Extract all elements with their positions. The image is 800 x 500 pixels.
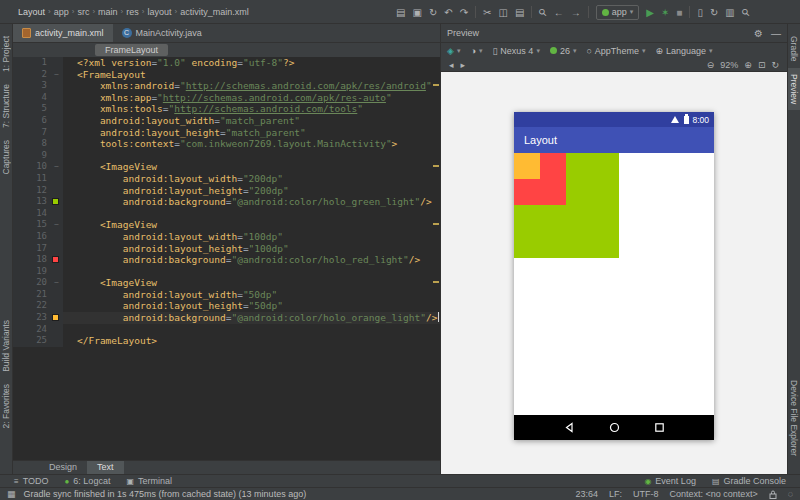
locale-selector[interactable]: ⊕ Language ▾ — [655, 46, 712, 56]
code-editor[interactable]: 1<?xml version="1.0" encoding="utf-8"?>2… — [13, 57, 440, 460]
zoom-out-icon[interactable]: ⊖ — [707, 60, 715, 70]
open-project-icon[interactable]: ▤ — [396, 7, 405, 18]
avd-manager-icon[interactable]: ▯ — [697, 7, 703, 18]
xml-breadcrumb-framelayout[interactable]: FrameLayout — [95, 44, 168, 56]
tool-stripe-button-2-favorites[interactable]: 2: Favorites — [0, 378, 12, 434]
copy-icon[interactable]: ◫ — [498, 7, 507, 18]
breadcrumb-item[interactable]: res — [126, 7, 139, 17]
preview-settings-icon[interactable]: ⚙ — [754, 28, 763, 39]
tab-mainactivity-java[interactable]: CMainActivity.java — [113, 24, 211, 42]
tool-window-button-gradle-console[interactable]: ▤Gradle Console — [712, 476, 786, 486]
tool-stripe-button-build-variants[interactable]: Build Variants — [0, 314, 12, 378]
code-line[interactable]: 20− <ImageView — [13, 277, 440, 289]
code-line[interactable]: 16 android:layout_width="100dp" — [13, 231, 440, 243]
warning-mark[interactable] — [433, 165, 439, 167]
next-screen-icon[interactable]: ▸ — [461, 60, 466, 70]
cut-icon[interactable]: ✂ — [483, 7, 491, 18]
code-line[interactable]: 1<?xml version="1.0" encoding="utf-8"?> — [13, 57, 440, 69]
sdk-manager-icon[interactable]: ▥ — [725, 7, 734, 18]
search-everywhere-icon[interactable]: ⚲ — [739, 6, 752, 19]
file-encoding[interactable]: UTF-8 — [633, 489, 659, 499]
sync-files-icon[interactable]: ↻ — [429, 7, 437, 18]
gradle-sync-icon[interactable]: ↻ — [710, 7, 718, 18]
mode-tab-design[interactable]: Design — [39, 461, 87, 474]
code-line[interactable]: 2−<FrameLayout — [13, 69, 440, 81]
code-line[interactable]: 6 android:layout_width="match_parent" — [13, 115, 440, 127]
line-separator[interactable]: LF: — [609, 489, 622, 499]
device-selector[interactable]: ▯ Nexus 4 ▾ — [492, 46, 540, 56]
warning-mark[interactable] — [433, 84, 439, 86]
breadcrumb-item[interactable]: layout — [147, 7, 171, 17]
tool-window-button-6-logcat[interactable]: ●6: Logcat — [65, 476, 111, 486]
tool-stripe-button-device-file-explorer[interactable]: Device File Explorer — [788, 374, 800, 462]
breadcrumb-item[interactable]: app — [54, 7, 69, 17]
notifications-icon[interactable]: ◌ — [788, 489, 793, 499]
redo-icon[interactable]: ↷ — [460, 7, 468, 18]
tool-stripe-button-captures[interactable]: Captures — [0, 134, 12, 181]
code-line[interactable]: 5 xmlns:tools="http://schemas.android.co… — [13, 103, 440, 115]
fold-marker-icon[interactable]: − — [54, 69, 59, 81]
breadcrumb-item[interactable]: src — [77, 7, 89, 17]
paste-icon[interactable]: ▤ — [515, 7, 524, 18]
api-selector[interactable]: 26 ▾ — [550, 46, 577, 56]
tool-stripe-button-1-project[interactable]: 1: Project — [0, 30, 12, 78]
warning-mark[interactable] — [433, 281, 439, 283]
code-line[interactable]: 21 android:layout_width="50dp" — [13, 289, 440, 301]
tool-stripe-button-7-structure[interactable]: 7: Structure — [0, 78, 12, 134]
run-icon[interactable]: ▶ — [646, 7, 654, 18]
debug-icon[interactable]: ✶ — [661, 7, 669, 18]
save-all-icon[interactable]: ▣ — [412, 7, 421, 18]
tool-window-button-todo[interactable]: ≡TODO — [14, 476, 49, 486]
code-line[interactable]: 9 — [13, 150, 440, 162]
forward-icon[interactable]: → — [571, 7, 581, 18]
prev-screen-icon[interactable]: ◂ — [449, 60, 454, 70]
theme-selector[interactable]: ○ AppTheme ▾ — [586, 46, 645, 56]
zoom-fit-icon[interactable]: ⊡ — [758, 60, 766, 70]
code-line[interactable]: 13 android:background="@android:color/ho… — [13, 196, 440, 208]
code-line[interactable]: 23 android:background="@android:color/ho… — [13, 312, 440, 324]
tool-window-button-terminal[interactable]: ▣Terminal — [126, 476, 172, 486]
code-line[interactable]: 4 xmlns:app="http://schemas.android.com/… — [13, 92, 440, 104]
color-swatch[interactable] — [52, 256, 59, 263]
undo-icon[interactable]: ↶ — [444, 7, 452, 18]
code-line[interactable]: 18 android:background="@android:color/ho… — [13, 254, 440, 266]
mode-tab-text[interactable]: Text — [87, 461, 124, 474]
color-swatch[interactable] — [52, 198, 59, 205]
code-line[interactable]: 19 — [13, 266, 440, 278]
code-line[interactable]: 12 android:layout_height="200dp" — [13, 185, 440, 197]
lock-icon[interactable] — [769, 490, 777, 499]
tool-stripe-button-preview[interactable]: Preview — [788, 68, 800, 110]
tool-window-button-event-log[interactable]: ◉Event Log — [644, 476, 696, 486]
stop-icon[interactable]: ■ — [676, 7, 682, 18]
color-swatch[interactable] — [52, 314, 59, 321]
find-icon[interactable]: ⚲ — [537, 6, 550, 19]
code-line[interactable]: 3 xmlns:android="http://schemas.android.… — [13, 80, 440, 92]
code-line[interactable]: 15− <ImageView — [13, 219, 440, 231]
refresh-icon[interactable]: ↻ — [771, 60, 779, 70]
home-icon[interactable] — [609, 422, 620, 433]
tool-window-switcher-icon[interactable]: ▦ — [7, 489, 16, 499]
code-line[interactable]: 8 tools:context="com.inkweon7269.layout.… — [13, 138, 440, 150]
caret-position[interactable]: 23:64 — [576, 489, 599, 499]
fold-marker-icon[interactable]: − — [54, 277, 59, 289]
back-icon[interactable] — [564, 422, 575, 433]
preview-hide-icon[interactable]: — — [771, 28, 781, 39]
context-widget[interactable]: Context: <no context> — [670, 489, 758, 499]
code-line[interactable]: 24 — [13, 324, 440, 336]
code-line[interactable]: 14 — [13, 208, 440, 220]
orientation-selector[interactable]: ◈ ▾ — [447, 46, 460, 56]
breadcrumb-item[interactable]: Layout — [18, 7, 45, 17]
tab-activity-main-xml[interactable]: activity_main.xml — [13, 24, 113, 42]
warning-mark[interactable] — [433, 223, 439, 225]
code-line[interactable]: 17 android:layout_height="100dp" — [13, 243, 440, 255]
code-line[interactable]: 25</FrameLayout> — [13, 335, 440, 347]
tool-stripe-button-gradle[interactable]: Gradle — [788, 30, 800, 68]
recents-icon[interactable] — [654, 422, 665, 433]
code-line[interactable]: 22 android:layout_height="50dp" — [13, 300, 440, 312]
run-configuration-selector[interactable]: app▾ — [596, 5, 640, 20]
fold-marker-icon[interactable]: − — [54, 219, 59, 231]
code-line[interactable]: 11 android:layout_width="200dp" — [13, 173, 440, 185]
code-line[interactable]: 10− <ImageView — [13, 161, 440, 173]
code-line[interactable]: 7 android:layout_height="match_parent" — [13, 127, 440, 139]
zoom-in-icon[interactable]: ⊕ — [744, 60, 752, 70]
